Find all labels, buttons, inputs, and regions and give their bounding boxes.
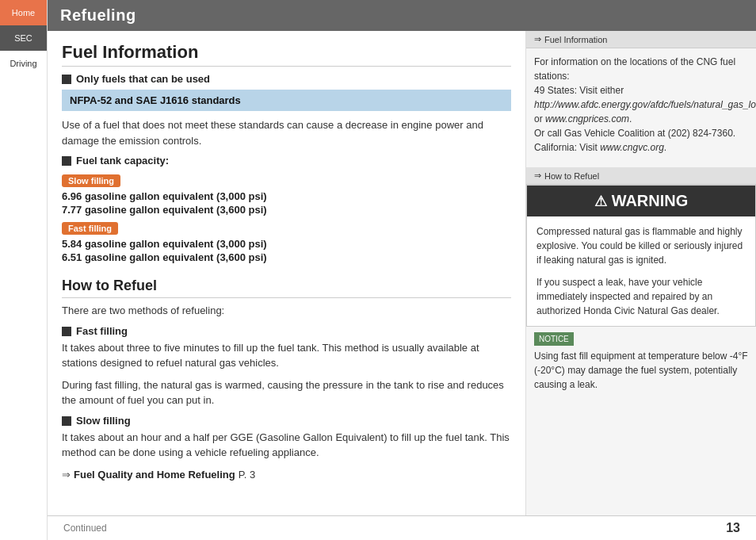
warning-header: ⚠ WARNING [527,186,755,216]
only-fuels-item: Only fuels that can be used [62,73,511,85]
right-how-to-refuel-header: ⇒ How to Refuel [526,167,756,185]
warning-triangle-icon: ⚠ [594,193,607,210]
content-area: Fuel Information Only fuels that can be … [48,31,756,515]
fuel-tank-label: Fuel tank capacity: [76,155,169,167]
bullet-icon-2 [62,156,71,166]
fuel-california-text: California: Visit www.cngvc.org. [534,142,666,153]
how-to-refuel-title: How to Refuel [62,278,511,298]
sidebar-sec-label: SEC [14,33,32,43]
fast-filling-badge: Fast filling [62,222,118,235]
engine-damage-text: Use of a fuel that does not meet these s… [62,117,511,148]
bullet-icon-1 [62,75,71,84]
fuel-california-url: www.cngvc.org [600,142,664,153]
notice-content: NOTICE Using fast fill equipment at temp… [526,327,756,400]
right-fuel-info-title: Fuel Information [544,35,607,44]
fuel-url2: www.cngprices.com [545,113,629,124]
page-header: Refueling [48,0,756,31]
slow-filling-badge: Slow filling [62,174,120,187]
slow-para: It takes about an hour and a half per GG… [62,430,511,461]
sidebar-driving-label: Driving [10,59,36,68]
link-arrow-icon: ⇒ [62,469,71,481]
right-fuel-info-arrow: ⇒ [534,34,541,44]
page-title: Refueling [60,6,136,24]
right-content: ⇒ Fuel Information For information on th… [526,31,756,515]
link-page: P. 3 [239,469,255,481]
right-fuel-info-content: For information on the locations of the … [526,48,756,161]
fuel-information-title: Fuel Information [62,42,511,67]
slow-line-2: 7.77 gasoline gallon equivalent (3,600 p… [62,204,511,216]
warning-title: WARNING [612,192,689,210]
fuel-info-text-1: For information on the locations of the … [534,56,756,124]
link-label: Fuel Quality and Home Refueling [74,469,235,481]
right-how-to-refuel-arrow: ⇒ [534,170,541,181]
fast-filling-item: Fast filling [62,325,511,337]
nfpa-box: NFPA-52 and SAE J1616 standards [62,90,511,111]
continued-label: Continued [63,523,107,534]
fast-para-1: It takes about three to five minutes to … [62,340,511,371]
fuel-quality-link[interactable]: ⇒ Fuel Quality and Home Refueling P. 3 [62,469,511,481]
sidebar-item-sec[interactable]: SEC [0,25,47,51]
fuel-url1: http://www.afdc.energy.gov/afdc/fuels/na… [534,99,756,110]
fast-line-2: 6.51 gasoline gallon equivalent (3,600 p… [62,251,511,263]
notice-badge: NOTICE [534,332,574,346]
sidebar-item-driving[interactable]: Driving [0,51,47,76]
warning-body: Compressed natural gas is flammable and … [527,216,755,326]
left-content: Fuel Information Only fuels that can be … [48,31,526,515]
fast-line-1: 5.84 gasoline gallon equivalent (3,000 p… [62,238,511,250]
footer: Continued 13 [48,515,756,540]
only-fuels-label: Only fuels that can be used [76,73,210,85]
slow-line-1: 6.96 gasoline gallon equivalent (3,000 p… [62,190,511,202]
fuel-tank-item: Fuel tank capacity: [62,155,511,167]
bullet-icon-4 [62,416,71,426]
notice-text: Using fast fill equipment at temperature… [534,350,748,390]
notice-section: NOTICE Using fast fill equipment at temp… [526,327,756,400]
sidebar: Home SEC Driving [0,0,48,540]
warning-para-2: If you suspect a leak, have your vehicle… [536,275,746,318]
two-methods-text: There are two methods of refueling: [62,303,511,319]
page-number: 13 [726,521,740,535]
warning-box: ⚠ WARNING Compressed natural gas is flam… [526,185,756,327]
right-how-to-refuel-title: How to Refuel [544,171,599,181]
main-content: Refueling Fuel Information Only fuels th… [48,0,756,540]
fast-para-2: During fast filling, the natural gas is … [62,377,511,408]
bullet-icon-3 [62,327,71,336]
slow-filling-sub-label: Slow filling [76,415,131,427]
fuel-coalition-text: Or call Gas Vehicle Coalition at (202) 8… [534,128,735,139]
sidebar-home-label: Home [12,8,35,17]
right-fuel-info-header: ⇒ Fuel Information [526,31,756,48]
warning-para-1: Compressed natural gas is flammable and … [536,224,746,267]
slow-filling-item: Slow filling [62,415,511,427]
fast-filling-sub-label: Fast filling [76,325,128,337]
sidebar-item-home[interactable]: Home [0,0,47,25]
